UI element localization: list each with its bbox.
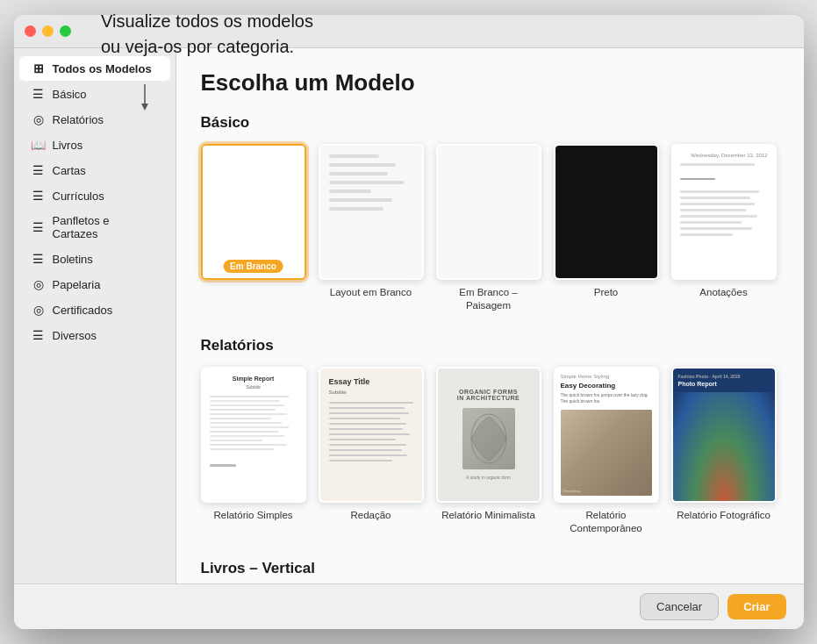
- em-branco-badge: Em Branco: [223, 260, 283, 273]
- blank-preview: [203, 146, 305, 278]
- grid-icon: ⊞: [32, 61, 46, 75]
- thumb-em-branco-paisagem[interactable]: [436, 144, 541, 280]
- sidebar: ⊞ Todos os Modelos ☰ Básico ◎ Relatórios…: [14, 48, 176, 583]
- sidebar-item-cartas[interactable]: ☰ Cartas: [19, 158, 170, 182]
- section-livros: Livros – Vertical O conteúdo pode se aju…: [201, 560, 779, 583]
- close-button[interactable]: [25, 25, 36, 37]
- letter-icon: ☰: [32, 163, 46, 177]
- redacao-preview: Essay Title Subtitle: [320, 369, 422, 501]
- stationery-icon: ◎: [32, 277, 46, 291]
- minimalista-preview: ORGANIC FORMSIN ARCHITECTURE A study in …: [438, 369, 540, 501]
- blank-landscape-preview: [438, 146, 540, 278]
- template-em-branco-paisagem[interactable]: Em Branco – Paisagem: [436, 144, 541, 312]
- certificate-icon: ◎: [32, 303, 46, 317]
- basico-grid: Em Branco: [201, 144, 779, 312]
- relatorio-fotografico-label: Relatório Fotográfico: [677, 509, 770, 522]
- thumb-em-branco[interactable]: Em Branco: [201, 144, 306, 280]
- report-simple-preview: Simple Report Subtitle: [203, 369, 305, 501]
- template-anotacoes[interactable]: Wednesday, December 13, 2012: [671, 144, 777, 312]
- bottom-bar: Cancelar Criar: [14, 583, 804, 629]
- section-title-livros: Livros – Vertical: [201, 560, 779, 577]
- black-preview: [555, 146, 657, 278]
- preto-label: Preto: [594, 286, 619, 299]
- contemporaneo-image: Decorating: [561, 410, 652, 496]
- newsletter-icon: ☰: [32, 252, 46, 266]
- template-relatorio-contemporaneo[interactable]: Simple Home Styling Easy Decorating The …: [554, 367, 659, 535]
- section-relatorios: Relatórios Simple Report Subtitle: [201, 337, 779, 535]
- contemporaneo-preview: Simple Home Styling Easy Decorating The …: [555, 369, 657, 501]
- thumb-relatorio-simples[interactable]: Simple Report Subtitle: [201, 367, 306, 503]
- minimalista-image: [462, 408, 515, 469]
- relatorio-simples-label: Relatório Simples: [213, 509, 292, 522]
- window-chrome: [14, 15, 804, 48]
- sidebar-item-curriculos[interactable]: ☰ Currículos: [19, 183, 170, 208]
- thumb-relatorio-fotografico[interactable]: Fashion Photo · April 14, 2020 Photo Rep…: [671, 367, 777, 503]
- template-em-branco[interactable]: Em Branco: [201, 144, 306, 312]
- thumb-preto[interactable]: [554, 144, 659, 280]
- relatorio-contemporaneo-label: Relatório Contemporâneo: [570, 509, 641, 535]
- zoom-button[interactable]: [60, 25, 71, 37]
- sidebar-item-panfletos[interactable]: ☰ Panfletos e Cartazes: [19, 209, 170, 246]
- section-title-basico: Básico: [201, 114, 779, 132]
- page-title: Escolha um Modelo: [201, 69, 779, 97]
- thumb-anotacoes[interactable]: Wednesday, December 13, 2012: [671, 144, 777, 280]
- misc-icon: ☰: [32, 328, 46, 342]
- flyer-icon: ☰: [32, 220, 46, 234]
- report-icon: ◎: [32, 112, 46, 126]
- template-relatorio-minimalista[interactable]: ORGANIC FORMSIN ARCHITECTURE A study in …: [436, 367, 541, 535]
- minimize-button[interactable]: [42, 25, 54, 37]
- template-relatorio-fotografico[interactable]: Fashion Photo · April 14, 2020 Photo Rep…: [671, 367, 777, 535]
- relatorio-minimalista-label: Relatório Minimalista: [441, 509, 535, 522]
- thumb-layout-branco[interactable]: [319, 144, 424, 280]
- create-button[interactable]: Criar: [727, 594, 785, 619]
- cv-icon: ☰: [32, 189, 46, 203]
- sidebar-item-relatorios[interactable]: ◎ Relatórios: [19, 107, 170, 132]
- foto-image: [673, 392, 775, 501]
- thumb-redacao[interactable]: Essay Title Subtitle: [319, 367, 424, 503]
- sidebar-item-todos[interactable]: ⊞ Todos os Modelos: [19, 56, 170, 81]
- anotacoes-label: Anotações: [699, 286, 747, 299]
- sidebar-item-diversos[interactable]: ☰ Diversos: [19, 323, 170, 347]
- template-layout-branco[interactable]: Layout em Branco: [319, 144, 424, 312]
- template-preto[interactable]: Preto: [554, 144, 659, 312]
- main-content: Escolha um Modelo Básico Em Branco: [176, 48, 804, 583]
- sidebar-item-livros[interactable]: 📖 Livros: [19, 132, 170, 157]
- template-redacao[interactable]: Essay Title Subtitle: [319, 367, 424, 535]
- sidebar-item-basico[interactable]: ☰ Básico: [19, 82, 170, 106]
- section-basico: Básico Em Branco: [201, 114, 779, 312]
- sidebar-item-boletins[interactable]: ☰ Boletins: [19, 247, 170, 271]
- blank-layout-preview: [320, 146, 422, 278]
- em-branco-paisagem-label: Em Branco – Paisagem: [436, 286, 541, 312]
- main-window: ⊞ Todos os Modelos ☰ Básico ◎ Relatórios…: [14, 15, 804, 629]
- foto-preview: Fashion Photo · April 14, 2020 Photo Rep…: [673, 369, 775, 501]
- layout-branco-label: Layout em Branco: [330, 286, 412, 299]
- sidebar-item-papelaria[interactable]: ◎ Papelaria: [19, 272, 170, 297]
- annotations-preview: Wednesday, December 13, 2012: [673, 146, 775, 278]
- cancel-button[interactable]: Cancelar: [640, 593, 719, 620]
- sidebar-item-certificados[interactable]: ◎ Certificados: [19, 297, 170, 322]
- list-icon: ☰: [32, 87, 46, 101]
- thumb-relatorio-contemporaneo[interactable]: Simple Home Styling Easy Decorating The …: [554, 367, 659, 503]
- book-icon: 📖: [32, 138, 46, 152]
- traffic-lights: [25, 25, 71, 37]
- redacao-label: Redação: [350, 509, 391, 522]
- relatorios-grid: Simple Report Subtitle: [201, 367, 779, 535]
- section-title-relatorios: Relatórios: [201, 337, 779, 354]
- window-body: ⊞ Todos os Modelos ☰ Básico ◎ Relatórios…: [14, 48, 804, 583]
- thumb-relatorio-minimalista[interactable]: ORGANIC FORMSIN ARCHITECTURE A study in …: [436, 367, 541, 503]
- template-relatorio-simples[interactable]: Simple Report Subtitle: [201, 367, 306, 535]
